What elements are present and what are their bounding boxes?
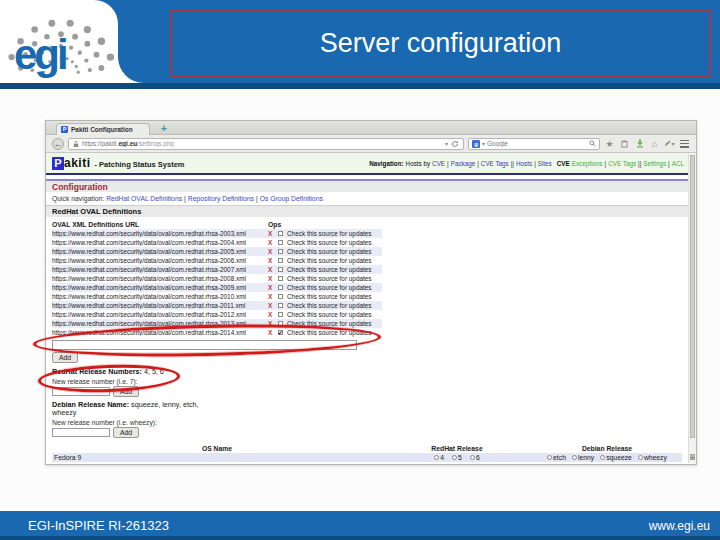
browser-tab[interactable]: P Pakiti Configuration [56,123,150,135]
browser-toolbar: ← https://pakiti.egi.eu/settings.php ▾ g… [46,135,696,153]
new-tab-button[interactable]: + [158,123,170,134]
bookmarks-menu-icon[interactable] [619,138,630,150]
new-debian-release-label: New release number (i.e. wheezy): [52,419,696,426]
slide-title-box: Server configuration [170,9,711,77]
nav-item[interactable]: CVE Tags [608,160,636,167]
check-source-checkbox[interactable] [278,321,283,326]
check-source-checkbox[interactable] [278,249,283,254]
share-icon[interactable]: ▾ [664,138,675,150]
search-input[interactable] [487,140,587,147]
check-source-checkbox[interactable] [278,267,283,272]
scroll-down-button[interactable]: ▾ [690,454,695,460]
delete-link[interactable]: X [268,248,278,255]
quick-nav-item[interactable]: Os Group Definitions [260,195,323,202]
delete-link[interactable]: X [268,239,278,246]
delete-link[interactable]: X [268,284,278,291]
check-source-checkbox[interactable] [278,303,283,308]
quick-nav-item: | [256,195,258,202]
check-source-checkbox[interactable] [278,231,283,236]
new-debian-release-input[interactable] [52,428,110,437]
os-mapping-table: OS Name RedHat Release Debian Release Fe… [52,444,682,462]
pakiti-page: Pakiti - Patching Status System Navigati… [46,153,696,463]
radio-icon[interactable] [600,455,605,460]
check-source-checkbox[interactable] [278,294,283,299]
radio-icon[interactable] [638,455,643,460]
radio-icon[interactable] [452,455,457,460]
search-icon[interactable] [589,140,596,147]
scrollbar-thumb[interactable] [690,155,695,438]
nav-item[interactable]: Sites [538,160,552,167]
os-table-header: OS Name RedHat Release Debian Release [52,444,682,453]
radio-icon[interactable] [434,455,439,460]
bookmark-star-icon[interactable]: ★ [604,138,615,150]
table-row: https://www.redhat.com/security/data/ova… [52,274,382,283]
search-box[interactable]: g ▾ [468,138,600,150]
search-engine-dropdown-icon[interactable]: ▾ [482,140,485,147]
table-row: https://www.redhat.com/security/data/ova… [52,247,382,256]
logo-flare [118,57,144,83]
nav-item[interactable]: CVE [432,160,445,167]
debian-release-radio[interactable]: lenny [572,454,594,461]
col-ops-header: Ops [268,221,281,228]
page-title: Server configuration [320,28,562,59]
delete-link[interactable]: X [268,275,278,282]
home-icon[interactable]: ⌂ [649,138,660,150]
col-redhat-release: RedHat Release [382,445,532,452]
check-source-checkbox[interactable] [278,330,283,335]
redhat-release-radio[interactable]: 6 [470,454,480,461]
delete-link[interactable]: X [268,302,278,309]
add-oval-url-button[interactable]: Add [52,352,78,363]
header-divider [0,83,720,89]
add-debian-release-button[interactable]: Add [113,427,139,438]
add-redhat-release-button[interactable]: Add [113,386,139,397]
radio-icon[interactable] [470,455,475,460]
egi-logo-text: egi [14,34,66,76]
radio-icon[interactable] [547,455,552,460]
brand-text: akiti [64,156,91,170]
page-scrollbar[interactable]: ▾ [688,153,696,463]
os-name: Fedora 9 [52,454,382,461]
nav-item: || [638,160,641,167]
downloads-icon[interactable] [634,138,645,150]
nav-item[interactable]: Exceptions [572,160,603,167]
quick-navigation: Quick navigation: RedHat OVAL Definition… [46,192,696,205]
check-source-checkbox[interactable] [278,276,283,281]
quick-nav-item[interactable]: RedHat OVAL Definitions [106,195,182,202]
share-dropdown-icon: ▾ [671,140,674,147]
delete-link[interactable]: X [268,311,278,318]
back-button[interactable]: ← [52,138,64,150]
delete-link[interactable]: X [268,293,278,300]
table-row: https://www.redhat.com/security/data/ova… [52,328,382,337]
delete-link[interactable]: X [268,329,278,336]
nav-item[interactable]: Hosts [516,160,532,167]
radio-icon[interactable] [572,455,577,460]
debian-release-radio[interactable]: wheezy [638,454,667,461]
oval-url: https://www.redhat.com/security/data/ova… [52,329,264,336]
redhat-release-radio[interactable]: 4 [434,454,444,461]
debian-release-radio[interactable]: etch [547,454,566,461]
quick-nav-item[interactable]: Repository Definitions [188,195,254,202]
nav-item[interactable]: CVE Tags [481,160,509,167]
url-dropdown-icon[interactable]: ▾ [445,140,448,147]
delete-link[interactable]: X [268,257,278,264]
check-source-checkbox[interactable] [278,312,283,317]
nav-item[interactable]: ACL [672,160,684,167]
menu-icon[interactable] [679,138,690,150]
nav-item[interactable]: Settings [643,160,666,167]
delete-link[interactable]: X [268,266,278,273]
check-source-checkbox[interactable] [278,240,283,245]
redhat-release-radio[interactable]: 5 [452,454,462,461]
delete-link[interactable]: X [268,320,278,327]
nav-item[interactable]: Package [451,160,476,167]
debian-release-radio[interactable]: squeeze [600,454,632,461]
check-source-checkbox[interactable] [278,285,283,290]
check-source-checkbox[interactable] [278,258,283,263]
new-oval-url-input[interactable] [52,340,357,350]
delete-link[interactable]: X [268,230,278,237]
pakiti-header: Pakiti - Patching Status System Navigati… [46,153,696,173]
reload-icon[interactable] [451,140,459,148]
pakiti-brand[interactable]: Pakiti - Patching Status System [52,156,185,170]
url-bar[interactable]: https://pakiti.egi.eu/settings.php ▾ [68,138,464,150]
nav-item: || [511,160,514,167]
new-redhat-release-input[interactable] [52,387,110,396]
